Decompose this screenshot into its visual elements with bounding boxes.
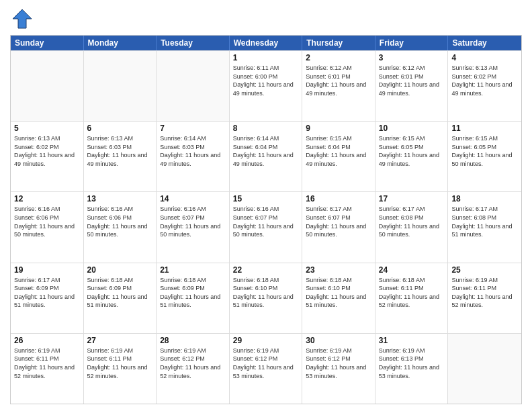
week-row-4: 19Sunrise: 6:17 AMSunset: 6:09 PMDayligh… (11, 263, 521, 333)
day-number: 29 (233, 336, 299, 345)
day-header-friday: Friday (375, 36, 449, 50)
day-cell-26: 26Sunrise: 6:19 AMSunset: 6:11 PMDayligh… (11, 334, 84, 404)
day-number: 16 (306, 194, 371, 203)
day-number: 31 (379, 336, 445, 345)
day-number: 14 (160, 194, 226, 203)
day-number: 3 (379, 53, 445, 62)
day-cell-4: 4Sunrise: 6:13 AMSunset: 6:02 PMDaylight… (448, 51, 521, 121)
day-cell-16: 16Sunrise: 6:17 AMSunset: 6:07 PMDayligh… (302, 192, 375, 262)
day-info: Sunrise: 6:13 AMSunset: 6:02 PMDaylight:… (451, 64, 518, 97)
logo-icon (10, 7, 34, 31)
day-info: Sunrise: 6:19 AMSunset: 6:12 PMDaylight:… (306, 347, 371, 380)
day-cell-2: 2Sunrise: 6:12 AMSunset: 6:01 PMDaylight… (302, 51, 375, 121)
empty-cell (448, 334, 521, 404)
day-number: 23 (306, 265, 371, 275)
page: SundayMondayTuesdayWednesdayThursdayFrid… (0, 0, 532, 411)
day-info: Sunrise: 6:19 AMSunset: 6:12 PMDaylight:… (233, 347, 299, 380)
day-info: Sunrise: 6:17 AMSunset: 6:09 PMDaylight:… (14, 276, 80, 310)
day-header-thursday: Thursday (302, 36, 375, 50)
day-cell-12: 12Sunrise: 6:16 AMSunset: 6:06 PMDayligh… (11, 192, 84, 262)
day-number: 28 (160, 336, 226, 345)
day-number: 15 (233, 194, 299, 203)
day-number: 30 (306, 336, 371, 345)
day-number: 11 (451, 124, 518, 133)
day-info: Sunrise: 6:19 AMSunset: 6:11 PMDaylight:… (87, 347, 153, 380)
day-cell-6: 6Sunrise: 6:13 AMSunset: 6:03 PMDaylight… (84, 122, 157, 191)
day-cell-1: 1Sunrise: 6:11 AMSunset: 6:00 PMDaylight… (230, 51, 303, 121)
day-number: 20 (87, 265, 153, 275)
day-number: 13 (87, 194, 153, 203)
day-number: 22 (233, 265, 299, 275)
day-number: 1 (233, 53, 299, 62)
day-number: 5 (14, 124, 80, 133)
day-info: Sunrise: 6:19 AMSunset: 6:11 PMDaylight:… (14, 347, 80, 380)
day-header-saturday: Saturday (448, 36, 521, 50)
day-cell-31: 31Sunrise: 6:19 AMSunset: 6:13 PMDayligh… (375, 334, 449, 404)
day-header-tuesday: Tuesday (157, 36, 230, 50)
day-header-sunday: Sunday (11, 36, 84, 50)
day-info: Sunrise: 6:16 AMSunset: 6:07 PMDaylight:… (160, 205, 226, 238)
day-number: 10 (379, 124, 445, 133)
day-number: 17 (379, 194, 445, 203)
day-info: Sunrise: 6:15 AMSunset: 6:05 PMDaylight:… (379, 134, 445, 168)
day-number: 27 (87, 336, 153, 345)
day-info: Sunrise: 6:13 AMSunset: 6:02 PMDaylight:… (14, 134, 80, 168)
day-cell-30: 30Sunrise: 6:19 AMSunset: 6:12 PMDayligh… (302, 334, 375, 404)
day-header-wednesday: Wednesday (230, 36, 303, 50)
day-cell-20: 20Sunrise: 6:18 AMSunset: 6:09 PMDayligh… (84, 263, 157, 333)
day-number: 21 (160, 265, 226, 275)
empty-cell (11, 51, 84, 121)
day-info: Sunrise: 6:16 AMSunset: 6:07 PMDaylight:… (233, 205, 299, 238)
day-cell-18: 18Sunrise: 6:17 AMSunset: 6:08 PMDayligh… (448, 192, 521, 262)
day-number: 6 (87, 124, 153, 133)
logo (10, 7, 36, 31)
day-cell-10: 10Sunrise: 6:15 AMSunset: 6:05 PMDayligh… (375, 122, 449, 191)
day-cell-19: 19Sunrise: 6:17 AMSunset: 6:09 PMDayligh… (11, 263, 84, 333)
day-number: 24 (379, 265, 445, 275)
day-cell-27: 27Sunrise: 6:19 AMSunset: 6:11 PMDayligh… (84, 334, 157, 404)
day-cell-15: 15Sunrise: 6:16 AMSunset: 6:07 PMDayligh… (230, 192, 303, 262)
day-number: 4 (451, 53, 518, 62)
day-info: Sunrise: 6:14 AMSunset: 6:03 PMDaylight:… (160, 134, 226, 168)
calendar: SundayMondayTuesdayWednesdayThursdayFrid… (10, 35, 522, 404)
day-info: Sunrise: 6:18 AMSunset: 6:09 PMDaylight:… (87, 276, 153, 310)
day-cell-17: 17Sunrise: 6:17 AMSunset: 6:08 PMDayligh… (375, 192, 449, 262)
day-info: Sunrise: 6:16 AMSunset: 6:06 PMDaylight:… (87, 205, 153, 238)
week-row-5: 26Sunrise: 6:19 AMSunset: 6:11 PMDayligh… (11, 333, 521, 404)
day-cell-8: 8Sunrise: 6:14 AMSunset: 6:04 PMDaylight… (230, 122, 303, 191)
day-number: 18 (451, 194, 518, 203)
calendar-body: 1Sunrise: 6:11 AMSunset: 6:00 PMDaylight… (11, 50, 521, 404)
day-cell-23: 23Sunrise: 6:18 AMSunset: 6:10 PMDayligh… (302, 263, 375, 333)
day-info: Sunrise: 6:17 AMSunset: 6:07 PMDaylight:… (306, 205, 371, 238)
day-cell-5: 5Sunrise: 6:13 AMSunset: 6:02 PMDaylight… (11, 122, 84, 191)
day-number: 25 (451, 265, 518, 275)
day-cell-28: 28Sunrise: 6:19 AMSunset: 6:12 PMDayligh… (157, 334, 230, 404)
day-number: 2 (306, 53, 371, 62)
day-cell-22: 22Sunrise: 6:18 AMSunset: 6:10 PMDayligh… (230, 263, 303, 333)
day-cell-29: 29Sunrise: 6:19 AMSunset: 6:12 PMDayligh… (230, 334, 303, 404)
empty-cell (84, 51, 157, 121)
day-number: 12 (14, 194, 80, 203)
empty-cell (157, 51, 230, 121)
day-cell-13: 13Sunrise: 6:16 AMSunset: 6:06 PMDayligh… (84, 192, 157, 262)
week-row-3: 12Sunrise: 6:16 AMSunset: 6:06 PMDayligh… (11, 191, 521, 262)
day-info: Sunrise: 6:15 AMSunset: 6:04 PMDaylight:… (306, 134, 371, 168)
day-number: 8 (233, 124, 299, 133)
day-header-monday: Monday (84, 36, 157, 50)
day-info: Sunrise: 6:11 AMSunset: 6:00 PMDaylight:… (233, 64, 299, 97)
day-cell-14: 14Sunrise: 6:16 AMSunset: 6:07 PMDayligh… (157, 192, 230, 262)
day-number: 7 (160, 124, 226, 133)
day-info: Sunrise: 6:19 AMSunset: 6:12 PMDaylight:… (160, 347, 226, 380)
day-cell-9: 9Sunrise: 6:15 AMSunset: 6:04 PMDaylight… (302, 122, 375, 191)
day-info: Sunrise: 6:14 AMSunset: 6:04 PMDaylight:… (233, 134, 299, 168)
day-number: 9 (306, 124, 371, 133)
day-info: Sunrise: 6:19 AMSunset: 6:13 PMDaylight:… (379, 347, 445, 380)
day-info: Sunrise: 6:18 AMSunset: 6:10 PMDaylight:… (306, 276, 371, 310)
day-cell-7: 7Sunrise: 6:14 AMSunset: 6:03 PMDaylight… (157, 122, 230, 191)
day-cell-24: 24Sunrise: 6:18 AMSunset: 6:11 PMDayligh… (375, 263, 449, 333)
header (10, 7, 522, 31)
day-info: Sunrise: 6:18 AMSunset: 6:10 PMDaylight:… (233, 276, 299, 310)
day-info: Sunrise: 6:12 AMSunset: 6:01 PMDaylight:… (379, 64, 445, 97)
day-number: 19 (14, 265, 80, 275)
day-cell-3: 3Sunrise: 6:12 AMSunset: 6:01 PMDaylight… (375, 51, 449, 121)
